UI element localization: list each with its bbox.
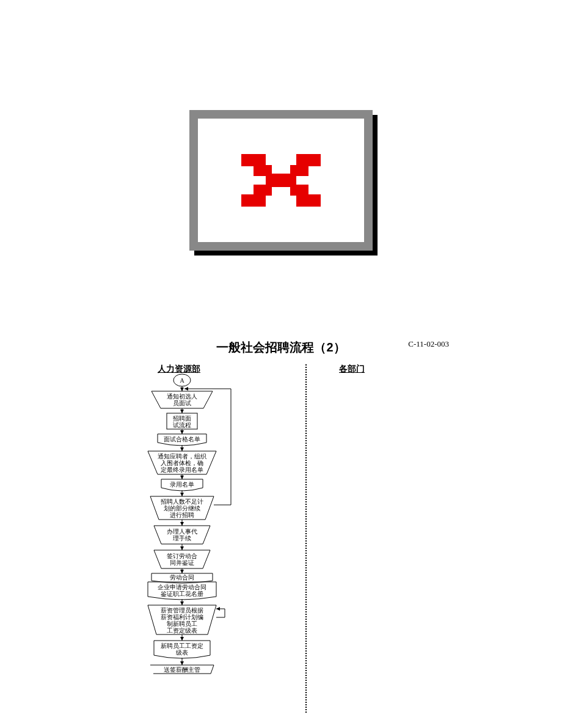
svg-rect-5 (254, 185, 272, 196)
node-n10-l1: 薪资管理员根据 (161, 607, 203, 614)
node-n9a: 劳动合同 (170, 574, 194, 581)
node-n7-l2: 理手续 (173, 535, 191, 542)
node-n10-l4: 工资定级表 (167, 627, 197, 634)
node-n3: 面试合格名单 (164, 436, 200, 443)
node-n11-l1: 新聘员工工资定 (161, 642, 203, 649)
node-n10-l3: 制新聘员工 (167, 620, 197, 627)
node-n11-l2: 级表 (176, 649, 188, 656)
svg-rect-0 (241, 154, 266, 166)
node-start: A (180, 377, 184, 384)
node-n9b-l1: 企业申请劳动合同 (158, 584, 206, 590)
node-n10-l2: 薪资福利计划编 (161, 614, 203, 620)
logo-x-icon (235, 147, 327, 214)
flowchart-title: 一般社会招聘流程（2） (0, 339, 562, 356)
svg-rect-1 (296, 154, 321, 166)
node-n1-l2: 员面试 (173, 400, 191, 406)
swimlane-divider (305, 364, 307, 713)
svg-rect-7 (241, 194, 266, 207)
svg-rect-6 (290, 185, 308, 196)
node-n1-l1: 通知初选人 (167, 393, 197, 400)
node-n8-l1: 签订劳动合 (167, 553, 197, 559)
flowchart: A 通知初选人 员面试 招聘面 试流程 面试合格名单 通知应聘者，组织 入围者体… (133, 373, 280, 715)
node-n12: 送签薪酬主管 (164, 666, 200, 673)
node-n7-l1: 办理人事代 (167, 528, 197, 535)
node-n6-l3: 进行招聘 (170, 512, 194, 518)
svg-rect-8 (296, 194, 321, 207)
document-number: C-11-02-003 (408, 339, 449, 349)
node-n9b-l2: 鉴证职工花名册 (161, 590, 203, 597)
node-n4-l1: 通知应聘者，组织 (158, 453, 206, 460)
node-n4-l2: 入围者体检，确 (161, 460, 203, 466)
node-n6-l2: 划的部分继续 (164, 505, 200, 512)
node-n4-l3: 定最终录用名单 (161, 466, 203, 473)
node-n8-l2: 同并鉴证 (170, 559, 194, 566)
lane-header-dept: 各部门 (339, 364, 365, 375)
node-n2-l1: 招聘面 (172, 415, 191, 422)
logo-box (189, 110, 373, 251)
node-n6-l1: 招聘人数不足计 (160, 498, 203, 505)
node-n5: 录用名单 (170, 481, 194, 488)
node-n2-l2: 试流程 (173, 422, 191, 428)
